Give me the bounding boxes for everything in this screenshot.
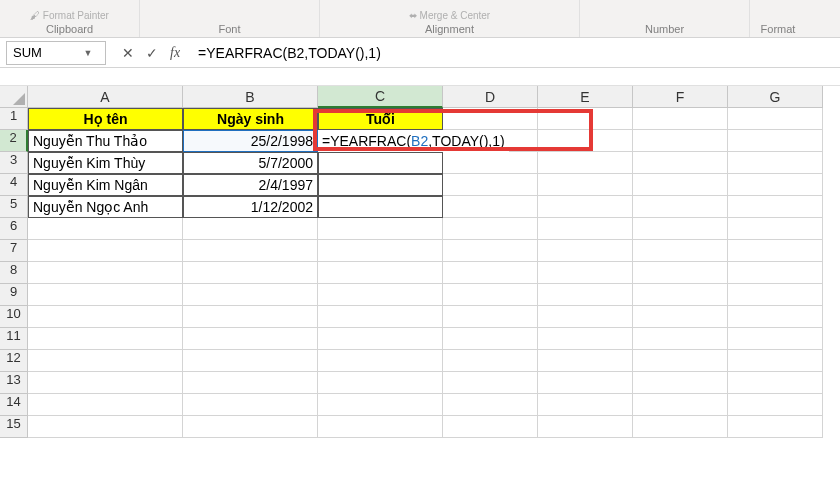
ribbon-label-font: Font	[218, 23, 240, 35]
row-header-6[interactable]: 6	[0, 218, 28, 240]
row-header-9[interactable]: 9	[0, 284, 28, 306]
cell-b3[interactable]: 5/7/2000	[183, 152, 318, 174]
ribbon-label-clipboard: Clipboard	[46, 23, 93, 35]
row-header-8[interactable]: 8	[0, 262, 28, 284]
formula-bar-expand[interactable]	[0, 68, 840, 86]
cell-g5[interactable]	[728, 196, 823, 218]
formula-bar-row: ▼ ✕ ✓ fx	[0, 38, 840, 68]
cell-a5[interactable]: Nguyễn Ngọc Anh	[28, 196, 183, 218]
row-header-2[interactable]: 2	[0, 130, 28, 152]
formula-input[interactable]	[190, 41, 840, 65]
row-header-7[interactable]: 7	[0, 240, 28, 262]
cell-b2[interactable]: 25/2/1998	[183, 130, 318, 152]
col-header-b[interactable]: B	[183, 86, 318, 108]
cell-b4[interactable]: 2/4/1997	[183, 174, 318, 196]
ribbon-group-format: Format	[750, 0, 820, 37]
row-header-13[interactable]: 13	[0, 372, 28, 394]
cell-g4[interactable]	[728, 174, 823, 196]
cell-c4[interactable]	[318, 174, 443, 196]
cell-b5[interactable]: 1/12/2002	[183, 196, 318, 218]
cell-c1[interactable]: Tuổi	[318, 108, 443, 130]
select-all-corner[interactable]	[0, 86, 28, 108]
ribbon-label-alignment: Alignment	[425, 23, 474, 35]
cell-a1[interactable]: Họ tên	[28, 108, 183, 130]
row-header-12[interactable]: 12	[0, 350, 28, 372]
row-header-11[interactable]: 11	[0, 328, 28, 350]
fx-icon[interactable]: fx	[170, 45, 180, 61]
cell-a3[interactable]: Nguyễn Kim Thùy	[28, 152, 183, 174]
cell-d3[interactable]	[443, 152, 538, 174]
col-header-e[interactable]: E	[538, 86, 633, 108]
cell-f2[interactable]	[633, 130, 728, 152]
row-header-5[interactable]: 5	[0, 196, 28, 218]
cell-f1[interactable]	[633, 108, 728, 130]
cell-e3[interactable]	[538, 152, 633, 174]
row-header-3[interactable]: 3	[0, 152, 28, 174]
name-box-input[interactable]	[7, 45, 79, 60]
cell-g1[interactable]	[728, 108, 823, 130]
col-header-f[interactable]: F	[633, 86, 728, 108]
row-header-15[interactable]: 15	[0, 416, 28, 438]
chevron-down-icon[interactable]: ▼	[79, 48, 97, 58]
ribbon-group-font: Font	[140, 0, 320, 37]
merge-center-icon[interactable]: ⬌ Merge & Center	[409, 10, 490, 21]
name-box[interactable]: ▼	[6, 41, 106, 65]
cell-f5[interactable]	[633, 196, 728, 218]
cell-f3[interactable]	[633, 152, 728, 174]
ribbon: 🖌 Format Painter Clipboard Font ⬌ Merge …	[0, 0, 840, 38]
cell-e2[interactable]	[538, 130, 633, 152]
col-header-a[interactable]: A	[28, 86, 183, 108]
ribbon-label-number: Number	[645, 23, 684, 35]
cell-b1[interactable]: Ngày sinh	[183, 108, 318, 130]
ribbon-group-number: Number	[580, 0, 750, 37]
cell-formula-overlay: =YEARFRAC(B2,TODAY(),1)	[318, 130, 509, 152]
cell-c3[interactable]	[318, 152, 443, 174]
cell-c5[interactable]	[318, 196, 443, 218]
cell-e4[interactable]	[538, 174, 633, 196]
col-header-d[interactable]: D	[443, 86, 538, 108]
row-header-4[interactable]: 4	[0, 174, 28, 196]
cell-d4[interactable]	[443, 174, 538, 196]
row-header-14[interactable]: 14	[0, 394, 28, 416]
cell-d1[interactable]	[443, 108, 538, 130]
enter-icon[interactable]: ✓	[146, 45, 158, 61]
cell-e5[interactable]	[538, 196, 633, 218]
ribbon-label-format: Format	[761, 23, 796, 35]
row-header-1[interactable]: 1	[0, 108, 28, 130]
cell-e1[interactable]	[538, 108, 633, 130]
col-header-g[interactable]: G	[728, 86, 823, 108]
cell-g3[interactable]	[728, 152, 823, 174]
ribbon-group-clipboard: 🖌 Format Painter Clipboard	[0, 0, 140, 37]
cancel-icon[interactable]: ✕	[122, 45, 134, 61]
cell-g2[interactable]	[728, 130, 823, 152]
cell-a4[interactable]: Nguyễn Kim Ngân	[28, 174, 183, 196]
cell-c2-editing[interactable]: =YEARFRAC(B2,TODAY(),1)	[318, 130, 443, 152]
cell-a2[interactable]: Nguyễn Thu Thảo	[28, 130, 183, 152]
col-header-c[interactable]: C	[318, 86, 443, 108]
cell-f4[interactable]	[633, 174, 728, 196]
format-painter-icon[interactable]: 🖌 Format Painter	[30, 10, 109, 21]
ribbon-group-alignment: ⬌ Merge & Center Alignment	[320, 0, 580, 37]
cell-d5[interactable]	[443, 196, 538, 218]
spreadsheet-grid[interactable]: 1 Họ tên Ngày sinh Tuổi 2 Nguyễn Thu Thả…	[0, 108, 823, 438]
column-headers: A B C D E F G	[28, 86, 823, 108]
row-header-10[interactable]: 10	[0, 306, 28, 328]
